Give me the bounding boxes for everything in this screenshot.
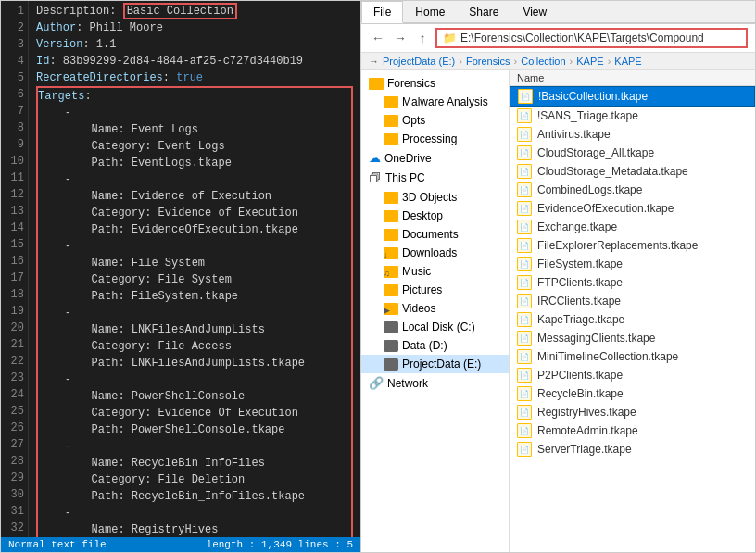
- line-number: 23: [1, 370, 24, 386]
- code-line: -: [36, 305, 353, 321]
- ribbon-tab[interactable]: View: [510, 1, 559, 23]
- nav-tree-item[interactable]: Pictures: [361, 281, 509, 299]
- nav-tree-item[interactable]: ProjectData (E:): [361, 355, 509, 373]
- nav-tree-item[interactable]: 🔗 Network: [361, 373, 509, 393]
- address-box[interactable]: 📁 E:\Forensics\Collection\KAPE\Targets\C…: [435, 28, 748, 48]
- nav-tree-item[interactable]: ▶ Videos: [361, 299, 509, 318]
- file-list-item[interactable]: 📄 Exchange.tkape: [510, 218, 755, 236]
- breadcrumb-item[interactable]: ProjectData (E:): [383, 56, 455, 67]
- explorer-body: Forensics Malware Analysis Opts Processi…: [361, 70, 755, 552]
- file-list-header-name: Name: [517, 72, 748, 83]
- code-line: Category: File System: [36, 271, 353, 288]
- file-icon: 📄: [517, 275, 532, 290]
- breadcrumb-item[interactable]: Forensics: [466, 56, 510, 67]
- nav-tree-item[interactable]: Local Disk (C:): [361, 318, 509, 336]
- file-list-item[interactable]: 📄 ServerTriage.tkape: [510, 440, 755, 459]
- line-number: 7: [1, 103, 24, 119]
- breadcrumb-item[interactable]: KAPE: [576, 56, 603, 67]
- code-line: -: [36, 505, 353, 522]
- file-list-item[interactable]: 📄 FileSystem.tkape: [510, 255, 755, 273]
- line-number: 2: [1, 19, 24, 36]
- code-line: Name: LNKFilesAndJumpLists: [36, 321, 353, 338]
- file-list-item[interactable]: 📄 CombinedLogs.tkape: [510, 181, 755, 199]
- file-list-item[interactable]: 📄 CloudStorage_Metadata.tkape: [510, 162, 755, 181]
- nav-item-label: This PC: [385, 171, 425, 184]
- file-list-item[interactable]: 📄 CloudStorage_All.tkape: [510, 144, 755, 162]
- editor-status-bar: Normal text file length : 1,349 lines : …: [1, 537, 360, 552]
- file-name: CloudStorage_All.tkape: [537, 146, 654, 159]
- file-list-item[interactable]: 📄 KapeTriage.tkape: [510, 310, 755, 329]
- nav-item-label: Downloads: [402, 246, 457, 259]
- line-number: 28: [1, 453, 24, 470]
- line-number: 12: [1, 186, 24, 203]
- line-number: 9: [1, 136, 24, 153]
- breadcrumb-separator: ›: [459, 56, 462, 67]
- file-list-item[interactable]: 📄 RecycleBin.tkape: [510, 384, 755, 403]
- file-list-item[interactable]: 📄 FileExplorerReplacements.tkape: [510, 236, 755, 255]
- nav-tree-item[interactable]: ↓ Downloads: [361, 244, 509, 262]
- breadcrumb-kape[interactable]: KAPE: [614, 56, 641, 67]
- line-number: 17: [1, 270, 24, 286]
- nav-tree-item[interactable]: Malware Analysis: [361, 93, 509, 111]
- code-area[interactable]: Description: Basic CollectionAuthor: Phi…: [29, 1, 360, 537]
- nav-tree-item[interactable]: Forensics: [361, 74, 509, 93]
- breadcrumb-bar: →ProjectData (E:) › Forensics › Collecti…: [361, 53, 755, 70]
- file-list-item[interactable]: 📄 RegistryHives.tkape: [510, 403, 755, 421]
- file-list-item[interactable]: 📄 IRCClients.tkape: [510, 292, 755, 310]
- file-name: KapeTriage.tkape: [537, 313, 624, 326]
- code-line: -: [36, 438, 353, 455]
- nav-forward-button[interactable]: →: [391, 29, 410, 47]
- nav-item-label: OneDrive: [384, 152, 432, 165]
- file-list-item[interactable]: 📄 RemoteAdmin.tkape: [510, 421, 755, 440]
- line-number: 27: [1, 436, 24, 453]
- file-list-header[interactable]: Name: [510, 70, 755, 86]
- folder-icon: [384, 210, 398, 222]
- breadcrumb-item[interactable]: Collection: [521, 56, 565, 67]
- nav-tree-item[interactable]: Documents: [361, 225, 509, 244]
- nav-tree-item[interactable]: 3D Objects: [361, 188, 509, 207]
- ribbon-tab[interactable]: File: [361, 1, 403, 23]
- file-list-item[interactable]: 📄 !BasicCollection.tkape: [510, 86, 755, 107]
- code-line: Path: FileSystem.tkape: [36, 288, 353, 305]
- nav-tree-item[interactable]: Data (D:): [361, 336, 509, 355]
- code-line: RecreateDirectories: true: [36, 69, 353, 86]
- nav-item-label: Processing: [402, 132, 457, 145]
- nav-back-button[interactable]: ←: [369, 29, 387, 47]
- nav-tree-item[interactable]: 🗇 This PC: [361, 168, 509, 188]
- code-line: Targets:: [36, 86, 353, 105]
- editor-panel: 1234567891011121314151617181920212223242…: [0, 0, 361, 553]
- nav-item-label: 3D Objects: [402, 191, 457, 204]
- file-list-item[interactable]: 📄 !SANS_Triage.tkape: [510, 107, 755, 125]
- nav-tree-item[interactable]: Opts: [361, 111, 509, 130]
- ribbon-tab[interactable]: Home: [403, 1, 457, 23]
- nav-tree-item[interactable]: Processing: [361, 130, 509, 148]
- file-icon: 📄: [517, 368, 532, 383]
- code-line: Author: Phill Moore: [36, 19, 353, 36]
- line-number: 5: [1, 69, 24, 86]
- file-list-item[interactable]: 📄 MessagingClients.tkape: [510, 329, 755, 347]
- code-line: Path: EvidenceOfExecution.tkape: [36, 221, 353, 238]
- drive-icon: [384, 358, 398, 371]
- file-name: Antivirus.tkape: [537, 128, 611, 141]
- network-icon: 🔗: [369, 376, 384, 390]
- file-name: ServerTriage.tkape: [537, 443, 632, 456]
- nav-tree-item[interactable]: ♫ Music: [361, 262, 509, 281]
- nav-up-button[interactable]: ↑: [413, 29, 432, 47]
- nav-tree-item[interactable]: Desktop: [361, 207, 509, 225]
- file-list-item[interactable]: 📄 FTPClients.tkape: [510, 273, 755, 292]
- file-list-item[interactable]: 📄 Antivirus.tkape: [510, 125, 755, 144]
- line-number: 20: [1, 320, 24, 336]
- code-line: Category: Evidence of Execution: [36, 205, 353, 221]
- code-line: Name: Event Logs: [36, 121, 353, 138]
- code-line: Name: RegistryHives: [36, 522, 353, 537]
- line-number: 30: [1, 486, 24, 503]
- file-list-item[interactable]: 📄 P2PClients.tkape: [510, 366, 755, 384]
- nav-tree-item[interactable]: ☁ OneDrive: [361, 148, 509, 168]
- nav-item-label: Desktop: [402, 209, 443, 222]
- ribbon-tab[interactable]: Share: [457, 1, 510, 23]
- address-bar: ← → ↑ 📁 E:\Forensics\Collection\KAPE\Tar…: [361, 24, 755, 53]
- file-list-item[interactable]: 📄 MiniTimelineCollection.tkape: [510, 347, 755, 366]
- file-list-item[interactable]: 📄 EvidenceOfExecution.tkape: [510, 199, 755, 218]
- status-length: length : 1,349 lines : 5: [207, 539, 353, 550]
- code-line: Path: RecycleBin_InfoFiles.tkape: [36, 488, 353, 505]
